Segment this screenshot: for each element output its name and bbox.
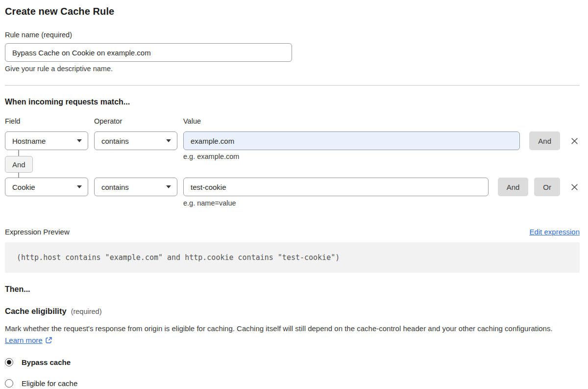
radio-selected-icon[interactable] xyxy=(5,358,13,366)
field-select-row2-value: Cookie xyxy=(12,183,35,191)
value-column-label: Value xyxy=(183,117,580,125)
radio-unselected-icon[interactable] xyxy=(5,379,13,388)
add-and-condition-button-row2[interactable]: And xyxy=(498,178,529,196)
value-input-row2[interactable] xyxy=(183,178,489,196)
connector-line xyxy=(18,150,19,156)
add-or-condition-button-row2[interactable]: Or xyxy=(534,178,560,196)
operator-select-row2-value: contains xyxy=(101,183,129,191)
edit-expression-link[interactable]: Edit expression xyxy=(529,228,580,236)
remove-condition-row2[interactable] xyxy=(570,183,579,191)
then-section-heading: Then... xyxy=(5,285,580,294)
field-select-row1[interactable]: Hostname xyxy=(5,131,88,150)
operator-column-label: Operator xyxy=(94,117,177,125)
radio-label-bypass-cache: Bypass cache xyxy=(22,358,71,366)
radio-label-eligible-for-cache: Eligible for cache xyxy=(22,379,77,388)
chevron-down-icon xyxy=(166,185,171,188)
match-section-heading: When incoming requests match... xyxy=(5,98,580,106)
field-column-label: Field xyxy=(5,117,88,125)
required-note: (required) xyxy=(71,308,102,315)
operator-select-row1[interactable]: contains xyxy=(94,131,177,150)
expression-preview-box: (http.host contains "example.com" and ht… xyxy=(5,242,580,273)
rule-name-helper: Give your rule a descriptive name. xyxy=(5,65,580,73)
external-link-icon xyxy=(45,337,52,344)
condition-row-1: Hostname contains And xyxy=(5,131,580,150)
radio-option-eligible-for-cache[interactable]: Eligible for cache xyxy=(5,379,580,388)
expression-preview-label: Expression Preview xyxy=(5,228,70,236)
rule-name-label: Rule name (required) xyxy=(5,31,580,39)
section-divider xyxy=(5,85,580,86)
close-icon xyxy=(570,183,579,191)
close-icon xyxy=(570,137,579,145)
condition-row-2: Cookie contains And Or xyxy=(5,178,580,196)
condition-column-labels: Field Operator Value xyxy=(5,117,580,125)
create-cache-rule-form: Create new Cache Rule Rule name (require… xyxy=(0,0,588,388)
learn-more-link[interactable]: Learn more xyxy=(5,336,43,344)
radio-option-bypass-cache[interactable]: Bypass cache xyxy=(5,358,580,366)
field-select-row2[interactable]: Cookie xyxy=(5,178,88,196)
page-title: Create new Cache Rule xyxy=(5,6,580,17)
cache-eligibility-heading: Cache eligibility xyxy=(5,307,67,316)
connector-and-button[interactable]: And xyxy=(5,156,33,173)
value-helper-row2: e.g. name=value xyxy=(183,199,580,207)
cache-eligibility-description: Mark whether the request's response from… xyxy=(5,323,573,346)
rule-name-input[interactable] xyxy=(5,43,292,62)
chevron-down-icon xyxy=(77,139,82,142)
value-helper-row1: e.g. example.com xyxy=(183,153,239,160)
field-select-row1-value: Hostname xyxy=(12,137,46,145)
add-and-condition-button-row1[interactable]: And xyxy=(529,131,560,150)
expression-preview-header: Expression Preview Edit expression xyxy=(5,228,580,236)
expression-code: (http.host contains "example.com" and ht… xyxy=(17,253,340,262)
remove-condition-row1[interactable] xyxy=(570,137,579,145)
cache-eligibility-heading-row: Cache eligibility (required) xyxy=(5,307,580,316)
chevron-down-icon xyxy=(77,185,82,188)
operator-select-row1-value: contains xyxy=(101,137,129,145)
condition-connector: And e.g. example.com xyxy=(5,150,580,178)
cache-eligibility-description-text: Mark whether the request's response from… xyxy=(5,324,553,333)
operator-select-row2[interactable]: contains xyxy=(94,178,177,196)
connector-line xyxy=(18,173,19,178)
value-input-row1[interactable] xyxy=(183,131,520,150)
chevron-down-icon xyxy=(166,139,171,142)
